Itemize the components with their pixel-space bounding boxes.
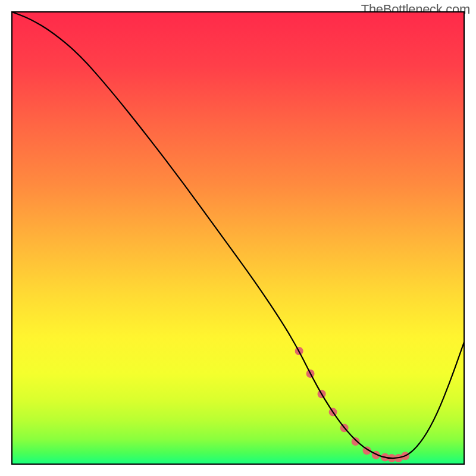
bottleneck-chart — [0, 0, 476, 476]
optimal-zone-marker — [352, 437, 360, 446]
plot-gradient-background — [12, 12, 464, 464]
